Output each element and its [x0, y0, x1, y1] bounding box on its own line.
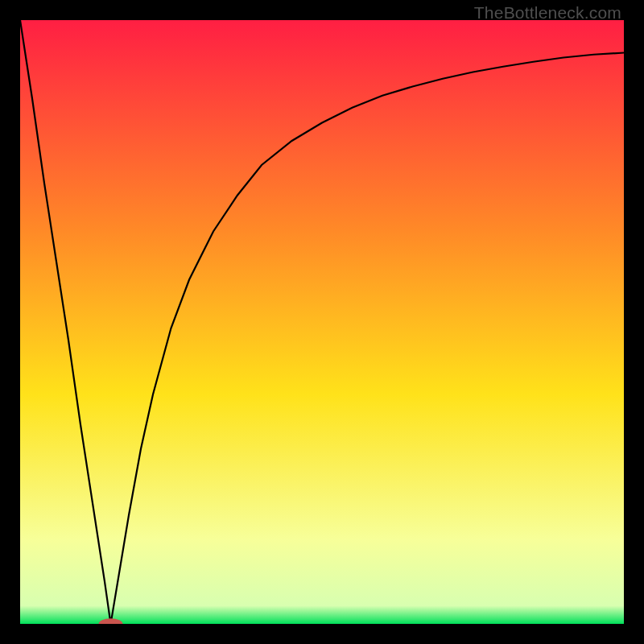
plot-area — [20, 20, 624, 624]
watermark-text: TheBottleneck.com — [474, 3, 621, 23]
curve-layer — [20, 20, 624, 624]
bottleneck-curve — [20, 20, 624, 624]
chart-frame: TheBottleneck.com — [0, 0, 644, 644]
optimum-marker — [99, 618, 123, 624]
